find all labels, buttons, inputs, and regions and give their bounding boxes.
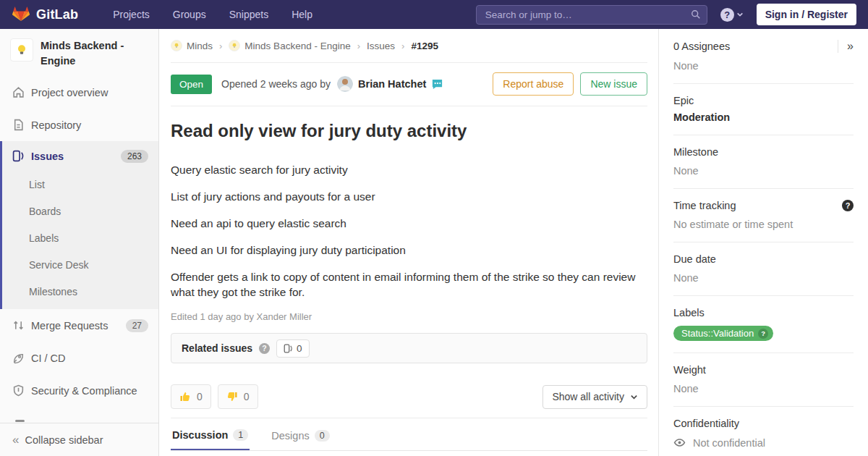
- breadcrumb-group[interactable]: Minds: [171, 40, 213, 51]
- sidebar-item-cicd[interactable]: CI / CD: [0, 342, 158, 374]
- milestone-section: Milestone None: [673, 135, 854, 189]
- sidebar-item-issues[interactable]: Issues 263: [2, 141, 158, 171]
- milestone-value: None: [673, 165, 854, 177]
- weight-value: None: [673, 383, 854, 394]
- truncated-sidebar-item-icon: [15, 420, 25, 422]
- breadcrumb-separator: ›: [357, 41, 360, 51]
- time-tracking-section: Time tracking ? No estimate or time spen…: [673, 189, 854, 242]
- assignees-value: None: [673, 60, 854, 72]
- sidebar-item-milestones[interactable]: Milestones: [2, 278, 158, 305]
- chevron-down-icon: [630, 393, 638, 401]
- sidebar-item-security[interactable]: Security & Compliance: [0, 374, 158, 407]
- discussion-count-badge: 1: [233, 429, 248, 441]
- issue-page: Minds › Minds Backend - Engine › Issues …: [159, 29, 658, 456]
- related-count-value: 0: [297, 343, 302, 354]
- sidebar-item-labels[interactable]: Labels: [2, 224, 158, 251]
- sidebar-item-repository[interactable]: Repository: [0, 109, 158, 141]
- thumbs-up-count: 0: [197, 391, 203, 402]
- epic-label: Epic: [673, 95, 694, 106]
- thumbs-up-icon: [179, 391, 191, 402]
- project-header[interactable]: Minds Backend - Engine: [0, 29, 158, 76]
- author-avatar[interactable]: [337, 76, 353, 92]
- description-paragraph: Query elastic search for jury activity: [171, 162, 647, 177]
- status-badge: Open: [171, 75, 212, 94]
- milestone-label: Milestone: [673, 146, 718, 158]
- project-sidebar: Minds Backend - Engine Project overview …: [0, 29, 159, 456]
- time-tracking-label: Time tracking: [673, 200, 736, 211]
- issues-icon: [284, 344, 293, 353]
- search-box[interactable]: [476, 5, 707, 25]
- breadcrumb-issues-label: Issues: [367, 41, 395, 51]
- expand-sidebar-button[interactable]: »: [838, 40, 854, 53]
- breadcrumb-project[interactable]: Minds Backend - Engine: [229, 40, 350, 51]
- avatar-photo: [337, 76, 353, 92]
- primary-nav: Projects Groups Snippets Help: [113, 9, 312, 20]
- weight-section: Weight None: [673, 353, 854, 407]
- chevron-down-icon: [736, 11, 744, 18]
- sidebar-item-list[interactable]: List: [2, 171, 158, 198]
- description-paragraph: Need an UI for displaying jury duty part…: [171, 242, 647, 258]
- issues-submenu: List Boards Labels Service Desk Mileston…: [2, 171, 158, 309]
- sidebar-item-merge-requests[interactable]: Merge Requests 27: [0, 309, 158, 342]
- nav-link-help[interactable]: Help: [292, 9, 312, 20]
- labels-label: Labels: [673, 307, 705, 318]
- sign-in-button[interactable]: Sign in / Register: [757, 4, 856, 25]
- epic-section: Epic Moderation: [673, 84, 854, 135]
- new-issue-button[interactable]: New issue: [580, 72, 647, 96]
- issues-count-badge: 263: [121, 150, 148, 163]
- thumbs-up-button[interactable]: 0: [171, 384, 211, 409]
- sidebar-item-label: Security & Compliance: [31, 385, 137, 397]
- report-abuse-button[interactable]: Report abuse: [493, 72, 574, 96]
- gitlab-logo[interactable]: GitLab: [12, 6, 78, 23]
- issues-icon: [12, 150, 25, 162]
- activity-filter-label: Show all activity: [552, 391, 624, 402]
- nav-link-projects[interactable]: Projects: [113, 9, 150, 20]
- project-avatar-small: [229, 40, 240, 51]
- confidentiality-value: Not confidential: [693, 437, 765, 449]
- eye-icon: [673, 436, 686, 449]
- thumbs-down-button[interactable]: 0: [218, 384, 258, 409]
- issue-status-row: Open Opened 2 weeks ago by Brian Hatchet…: [171, 63, 647, 106]
- tab-discussion[interactable]: Discussion 1: [171, 423, 250, 450]
- sidebar-item-label: Repository: [31, 119, 81, 131]
- label-status-validation[interactable]: Status::Validation ?: [673, 326, 773, 341]
- related-help-icon[interactable]: ?: [259, 343, 270, 354]
- gitlab-tanuki-icon: [12, 6, 30, 23]
- lightbulb-icon: [14, 43, 29, 57]
- time-tracking-help-icon[interactable]: ?: [842, 200, 854, 211]
- sidebar-item-service-desk[interactable]: Service Desk: [2, 251, 158, 278]
- nav-link-snippets[interactable]: Snippets: [229, 9, 268, 20]
- sidebar-item-boards[interactable]: Boards: [2, 198, 158, 224]
- sidebar-item-label: Issues: [31, 151, 64, 162]
- nav-link-groups[interactable]: Groups: [173, 9, 206, 20]
- edited-note: Edited 1 day ago by Xander Miller: [171, 311, 647, 322]
- collapse-sidebar-button[interactable]: « Collapse sidebar: [0, 423, 158, 456]
- issue-title: Read only view for jury duty activity: [171, 120, 647, 142]
- epic-value[interactable]: Moderation: [673, 111, 854, 123]
- mr-count-badge: 27: [126, 319, 148, 332]
- description-paragraph: Offender gets a link to copy of content …: [171, 269, 647, 300]
- top-navbar: GitLab Projects Groups Snippets Help ? S…: [0, 0, 868, 29]
- reactions-row: 0 0 Show all activity: [171, 384, 647, 409]
- rocket-icon: [12, 352, 25, 364]
- assignees-section: 0 Assignees » None: [673, 29, 854, 84]
- project-name: Minds Backend - Engine: [41, 38, 148, 69]
- sidebar-item-label: CI / CD: [31, 352, 66, 364]
- activity-filter-dropdown[interactable]: Show all activity: [542, 385, 647, 409]
- confidentiality-section: Confidentiality Not confidential: [673, 407, 854, 456]
- tab-discussion-label: Discussion: [172, 429, 228, 441]
- help-menu[interactable]: ?: [720, 8, 744, 22]
- breadcrumb-separator: ›: [219, 41, 222, 51]
- tab-designs-label: Designs: [271, 430, 309, 442]
- weight-label: Weight: [673, 364, 706, 376]
- author-name[interactable]: Brian Hatchet: [358, 78, 426, 90]
- collapse-chevrons-icon: «: [12, 433, 17, 447]
- sidebar-item-project-overview[interactable]: Project overview: [0, 76, 158, 109]
- breadcrumb-issue-number: #1295: [411, 41, 438, 51]
- speech-balloon-emoji: [431, 78, 443, 90]
- breadcrumb-separator: ›: [401, 41, 404, 51]
- breadcrumb-issues[interactable]: Issues: [367, 41, 395, 51]
- assignees-label: 0 Assignees: [673, 41, 730, 52]
- search-input[interactable]: [484, 9, 691, 21]
- tab-designs[interactable]: Designs 0: [270, 423, 331, 450]
